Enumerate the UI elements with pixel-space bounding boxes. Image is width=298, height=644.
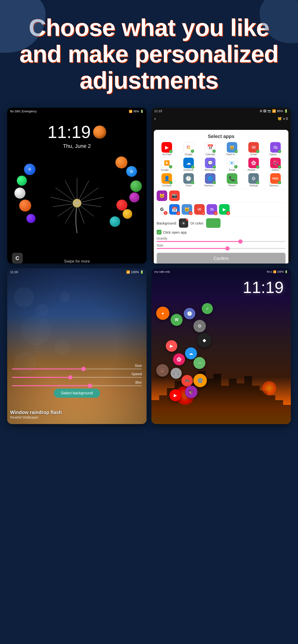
clash-icon: 🐱 ✓: [227, 142, 237, 152]
selected-apps-row: G ✕ 📅 ✕ 🐱 ✕: [157, 202, 285, 216]
selected-google-icon: G ✕: [157, 204, 167, 215]
size-thumb[interactable]: [225, 246, 230, 250]
app-item-play[interactable]: ▶️ ✓ Google Play...: [157, 158, 177, 171]
selected-galaxy[interactable]: 🛍 ✕: [207, 204, 217, 215]
remove-clash[interactable]: ✕: [189, 211, 193, 215]
speed-control: Speed: [12, 372, 142, 378]
svg-line-2: [77, 180, 89, 203]
svg-line-8: [65, 203, 77, 224]
remove-galaxy[interactable]: ✕: [214, 211, 218, 215]
remove-play[interactable]: ✕: [226, 211, 230, 215]
float-icon-game: 🎮: [181, 375, 193, 386]
remove-email[interactable]: ✕: [201, 211, 205, 215]
click-open-label: Click open app: [163, 230, 187, 234]
blur-ctrl-track[interactable]: [12, 385, 142, 386]
bg-label: Background:: [157, 221, 177, 225]
selected-google[interactable]: G ✕: [157, 204, 167, 215]
float-icon-youtube2: ▶: [169, 389, 181, 401]
dandelion-area: G G: [7, 152, 146, 252]
app-item-onedrive[interactable]: ☁ ✓ OneDrive: [179, 158, 199, 171]
check-phone: ✓: [234, 181, 238, 184]
raindrop-1: [14, 288, 34, 307]
app-ball-red: [116, 200, 127, 210]
app-item-real4d[interactable]: 🌸 ✓ Real4d Wall...: [244, 158, 264, 171]
app-item-email[interactable]: ✉ ✓ Email: [244, 142, 264, 156]
check-contacts: ✓: [169, 181, 173, 184]
gravity-track[interactable]: [157, 241, 285, 242]
speed-ctrl-track[interactable]: [12, 377, 142, 378]
size-track[interactable]: [157, 248, 285, 249]
phone3-statusbar: 11:19 📶 100%🔋: [7, 268, 146, 276]
size-ctrl-thumb[interactable]: [81, 367, 86, 371]
selected-play[interactable]: ▶ ✕: [219, 204, 230, 215]
bg-swatch[interactable]: ● ✕: [179, 218, 188, 228]
selected-email[interactable]: ✉ ✕: [194, 204, 205, 215]
float-icon-cloud: ☁: [185, 348, 197, 360]
galaxy-label: Galaxy Store: [269, 153, 281, 156]
gmail-icon: 📧 ✓: [227, 158, 237, 168]
swipe-hint: Swipe for more: [64, 259, 90, 264]
app-grid-row3: 👤 ✓ Contacts 🕐 ✓ Clock 🌐 ✓: [157, 173, 285, 187]
app-item-messages[interactable]: 💬 ✓ Messages: [200, 158, 221, 171]
color-swatch[interactable]: [206, 218, 221, 228]
app-item-clock[interactable]: 🕐 ✓ Clock: [179, 173, 199, 187]
app-item-google[interactable]: G ✓ Google: [179, 142, 199, 156]
app-item-gallery[interactable]: 🌺 ✓ Gallery: [265, 158, 286, 171]
speed-ctrl-label: Speed: [12, 372, 142, 376]
phone2-statusbar: 11:15 ⚙ 🖼 📷 📶 95%🔋: [152, 108, 291, 114]
app-item-settings[interactable]: ⚙ ✓ Settings: [244, 173, 264, 187]
remove-calendar[interactable]: ✕: [176, 211, 180, 215]
confirm-button[interactable]: Confirm: [157, 253, 285, 264]
app-item-samsung-int[interactable]: 🌐 ✓ Samsung Int...: [200, 173, 221, 187]
selected-clash[interactable]: 🐱 ✕: [182, 204, 192, 215]
play-icon: ▶️ ✓: [162, 158, 172, 168]
svg-line-7: [77, 203, 84, 224]
blur-ctrl-fill: [12, 385, 90, 386]
float-icon-android: 🤖: [171, 368, 182, 379]
speed-ctrl-thumb[interactable]: [68, 375, 72, 380]
app-item-extra[interactable]: 🐱: [157, 190, 167, 201]
blur-control: Blur: [12, 380, 142, 386]
raindrop-3: [22, 316, 50, 345]
phone-lockscreen: No SIM | Emergency 📶 96% 🔋 11:19 Thu, Ju…: [7, 108, 146, 264]
clock-time: 11:19: [48, 122, 91, 142]
app-grid-row2: ▶️ ✓ Google Play... ☁ ✓ OneDrive 💬 ✓: [157, 158, 285, 171]
blur-ctrl-thumb[interactable]: [88, 384, 92, 388]
app-item-phone[interactable]: 📞 ✓ Phone: [222, 173, 242, 187]
app-item-contacts[interactable]: 👤 ✓ Contacts: [157, 173, 177, 187]
selected-calendar[interactable]: 📅 ✕: [169, 204, 180, 215]
screenshots-grid: No SIM | Emergency 📶 96% 🔋 11:19 Thu, Ju…: [0, 103, 298, 434]
size-ctrl-track[interactable]: [12, 368, 142, 370]
hero-section: Choose what you like and make personaliz…: [0, 0, 298, 103]
app-item-youtube[interactable]: ▶ ✓ YouTube: [157, 142, 177, 156]
float-icon-flickr: ●: [156, 307, 169, 320]
select-background-button[interactable]: Select background: [54, 388, 100, 398]
statusbar-right-icons: ⚙ 🖼 📷 📶 95%🔋: [260, 109, 288, 113]
google-label: Google: [185, 153, 192, 156]
app-ball-white: [14, 188, 26, 198]
hero-title: Choose what you like and make personaliz…: [10, 14, 288, 94]
raindrop-2: [36, 304, 48, 316]
statusbar-time: 11:15: [154, 109, 162, 113]
svg-line-13: [65, 180, 77, 203]
youtube-label: YouTube: [162, 153, 172, 156]
gravity-thumb[interactable]: [238, 239, 243, 244]
dandelion-svg: [41, 166, 113, 238]
clock-date: Thu, June 2: [63, 143, 91, 149]
remove-google[interactable]: ✕: [164, 211, 168, 215]
svg-line-9: [58, 203, 77, 216]
google-icon: G ✓: [183, 142, 194, 152]
float-icon-gallery2: 🌸: [173, 354, 185, 365]
app-item-clash[interactable]: 🐱 ✓ Clash for An...: [222, 142, 242, 156]
app-item-calendar[interactable]: 📅 ✓ Calendar: [200, 142, 221, 156]
app-item-samsung-fr[interactable]: FREE ✓ Samsung Fr...: [265, 173, 286, 187]
back-icon[interactable]: ‹: [154, 116, 156, 121]
lockscreen-content: 11:19 Thu, June 2: [7, 115, 146, 264]
app-item-camera[interactable]: 📷: [169, 190, 180, 201]
app-item-gmail[interactable]: 📧 ✓ Gmail: [222, 158, 242, 171]
click-open-checkbox[interactable]: ✓: [157, 230, 162, 234]
app-ball-blue: G: [126, 166, 137, 177]
click-open-row: ✓ Click open app: [157, 230, 285, 234]
app-item-galaxy-store[interactable]: 🛍 ✓ Galaxy Store: [265, 142, 286, 156]
samsung-fr-icon: FREE ✓: [270, 173, 281, 184]
